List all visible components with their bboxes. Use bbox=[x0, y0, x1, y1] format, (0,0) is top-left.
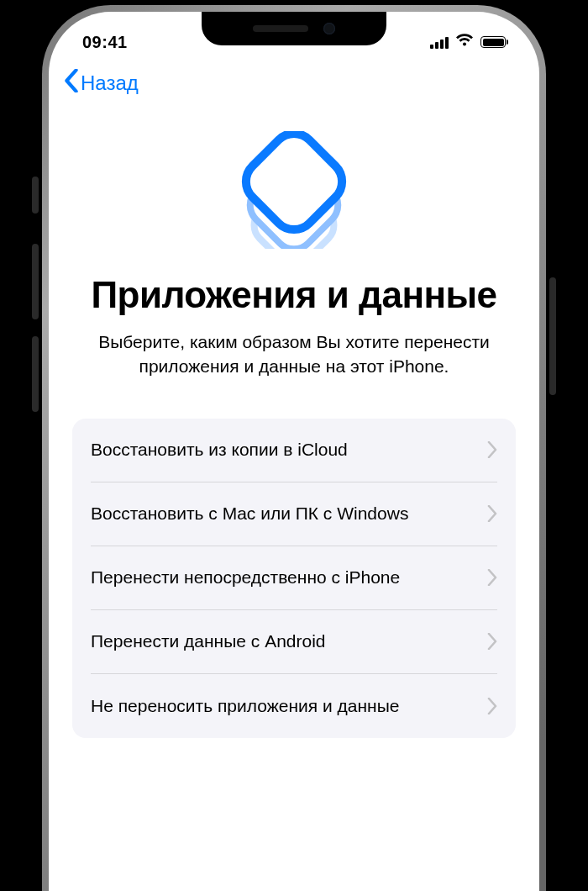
option-label: Восстановить из копии в iCloud bbox=[91, 439, 348, 461]
cellular-signal-icon bbox=[430, 36, 449, 49]
speaker-grille bbox=[253, 25, 308, 32]
screen: 09:41 Назад bbox=[49, 12, 539, 891]
back-label: Назад bbox=[81, 71, 139, 95]
notch bbox=[202, 12, 386, 45]
content: Приложения и данные Выберите, каким обра… bbox=[49, 98, 539, 738]
wifi-icon bbox=[455, 34, 474, 50]
battery-icon bbox=[480, 36, 506, 48]
option-label: Восстановить с Mac или ПК с Windows bbox=[91, 503, 408, 525]
option-label: Не переносить приложения и данные bbox=[91, 695, 399, 717]
chevron-right-icon bbox=[487, 441, 497, 458]
option-move-android[interactable]: Перенести данные с Android bbox=[91, 610, 497, 674]
page-title: Приложения и данные bbox=[72, 274, 516, 315]
chevron-right-icon bbox=[487, 698, 497, 714]
chevron-right-icon bbox=[487, 633, 497, 650]
option-transfer-iphone[interactable]: Перенести непосредственно с iPhone bbox=[91, 546, 497, 610]
phone-frame: 09:41 Назад bbox=[37, 0, 551, 891]
apps-data-icon bbox=[72, 131, 516, 249]
options-list: Восстановить из копии в iCloud Восстанов… bbox=[72, 419, 516, 738]
status-indicators bbox=[430, 34, 506, 50]
option-restore-icloud[interactable]: Восстановить из копии в iCloud bbox=[91, 419, 497, 482]
nav-bar: Назад bbox=[49, 62, 539, 98]
status-time: 09:41 bbox=[82, 33, 128, 52]
option-dont-transfer[interactable]: Не переносить приложения и данные bbox=[91, 674, 497, 738]
front-camera bbox=[323, 23, 335, 34]
page-subtitle: Выберите, каким образом Вы хотите перене… bbox=[72, 330, 516, 378]
option-label: Перенести непосредственно с iPhone bbox=[91, 567, 400, 588]
option-restore-mac-pc[interactable]: Восстановить с Mac или ПК с Windows bbox=[91, 482, 497, 546]
chevron-left-icon bbox=[64, 69, 79, 98]
chevron-right-icon bbox=[487, 569, 497, 586]
option-label: Перенести данные с Android bbox=[91, 630, 326, 652]
power-button[interactable] bbox=[549, 277, 556, 395]
volume-up-button[interactable] bbox=[32, 244, 39, 319]
volume-down-button[interactable] bbox=[32, 336, 39, 412]
chevron-right-icon bbox=[487, 505, 497, 522]
mute-switch[interactable] bbox=[32, 177, 39, 214]
back-button[interactable]: Назад bbox=[64, 69, 139, 98]
